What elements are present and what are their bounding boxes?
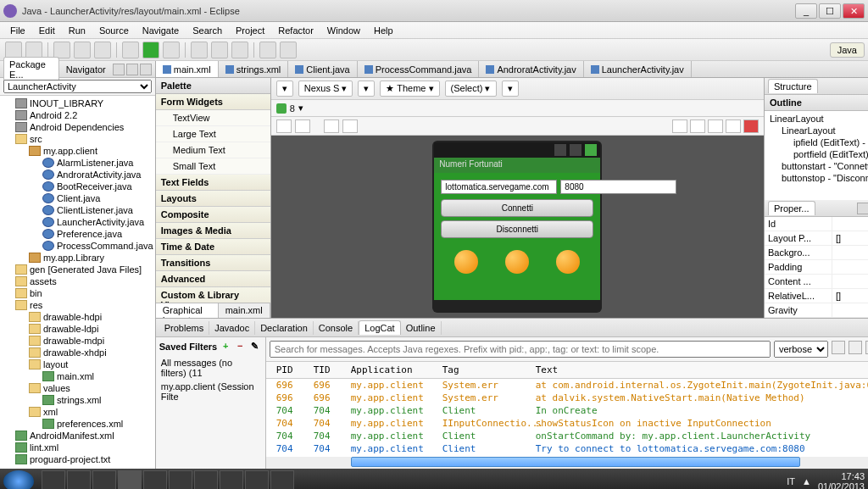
outline-item[interactable]: portfield (EditText) [766, 148, 868, 160]
align-button[interactable] [276, 119, 292, 133]
tool-button[interactable] [53, 42, 70, 58]
palette-item[interactable]: Small Text [156, 158, 270, 175]
tree-item[interactable]: my.app.Library [2, 252, 153, 264]
new-button[interactable] [5, 42, 22, 58]
connect-button[interactable]: Connetti [441, 199, 593, 217]
tool-button[interactable] [163, 42, 180, 58]
save-log-button[interactable] [832, 341, 845, 354]
maximize-button[interactable]: ☐ [819, 3, 841, 19]
tree-item[interactable]: drawable-hdpi [2, 311, 153, 323]
palette-category[interactable]: Custom & Library Views [156, 287, 270, 303]
align-button[interactable] [295, 119, 310, 133]
add-filter-button[interactable]: + [220, 341, 231, 353]
collapse-icon[interactable] [113, 64, 125, 75]
tree-item[interactable]: bin [2, 287, 153, 299]
tree-item[interactable]: Preference.java [2, 228, 153, 240]
bottom-tab-outline[interactable]: Outline [401, 321, 442, 335]
tool-button[interactable] [211, 42, 228, 58]
tray-lang[interactable]: IT [787, 476, 795, 486]
outline-item[interactable]: buttonstop - "Disconne [766, 172, 868, 184]
theme-dropdown[interactable]: ★ Theme ▾ [380, 81, 439, 97]
log-row[interactable]: 704704my.app.clientClientonStartCommand … [266, 430, 868, 442]
debug-button[interactable] [122, 42, 139, 58]
log-column-header[interactable]: PID [273, 364, 310, 376]
log-row[interactable]: 696696my.app.clientSystem.errat com.andr… [266, 379, 868, 392]
tree-item[interactable]: strings.xml [2, 394, 153, 406]
tool-button[interactable] [94, 42, 111, 58]
zoom-in-icon[interactable] [726, 119, 741, 133]
palette-category[interactable]: Composite [156, 207, 270, 223]
log-search-input[interactable] [270, 341, 771, 358]
tree-item[interactable]: res [2, 299, 153, 311]
taskbar-item[interactable] [245, 470, 269, 489]
property-row[interactable]: Id [765, 217, 868, 231]
menu-window[interactable]: Window [320, 24, 367, 37]
menu-run[interactable]: Run [62, 24, 92, 37]
outline-item[interactable]: LinearLayout [766, 113, 868, 125]
outline-item[interactable]: buttonstart - "Connetti" [766, 160, 868, 172]
tab-xml-source[interactable]: main.xml [219, 303, 270, 318]
palette-category[interactable]: Transitions [156, 255, 270, 271]
tab-navigator[interactable]: Navigator [61, 63, 111, 76]
device-dropdown[interactable]: Nexus S ▾ [298, 81, 353, 97]
port-field[interactable] [560, 180, 676, 194]
orientation-dropdown[interactable]: ▾ [358, 81, 375, 97]
taskbar-item[interactable] [169, 470, 192, 489]
palette-item[interactable]: Large Text [156, 126, 270, 142]
palette-category[interactable]: Layouts [156, 191, 270, 207]
filter-item[interactable]: my.app.client (Session Filte [159, 380, 262, 403]
palette-item[interactable]: Medium Text [156, 142, 270, 158]
link-icon[interactable] [126, 64, 138, 75]
taskbar-item[interactable] [67, 470, 91, 489]
menu-refactor[interactable]: Refactor [271, 24, 320, 37]
prop-tool-icon[interactable] [857, 203, 868, 214]
bottom-tab-problems[interactable]: Problems [159, 321, 209, 335]
property-row[interactable]: RelativeL...[] [765, 289, 868, 303]
tree-item[interactable]: Android Dependencies [2, 121, 153, 133]
editor-tab[interactable]: main.xml [156, 61, 219, 77]
perspective-java[interactable]: Java [830, 42, 865, 58]
menu-source[interactable]: Source [92, 24, 136, 37]
close-button[interactable]: ✕ [843, 3, 865, 19]
log-column-header[interactable]: Application [348, 364, 439, 376]
tree-item[interactable]: proguard-project.txt [2, 453, 153, 465]
taskbar-item[interactable] [42, 470, 65, 489]
tray-clock[interactable]: 17:43 01/02/2013 [818, 471, 865, 489]
menu-project[interactable]: Project [229, 24, 271, 37]
tree-item[interactable]: values [2, 382, 153, 394]
remove-filter-button[interactable]: − [234, 341, 246, 353]
property-row[interactable]: Gravity [765, 303, 868, 318]
palette-category[interactable]: Form Widgets [156, 94, 270, 110]
tree-item[interactable]: drawable-mdpi [2, 335, 153, 347]
taskbar-item[interactable] [92, 470, 116, 489]
tree-item[interactable]: ProcessCommand.java [2, 240, 153, 252]
menu-file[interactable]: File [3, 24, 32, 37]
taskbar-item[interactable] [220, 470, 243, 489]
palette-category[interactable]: Advanced [156, 271, 270, 287]
tree-item[interactable]: drawable-ldpi [2, 323, 153, 335]
log-column-header[interactable]: Tag [439, 364, 532, 376]
activity-dropdown[interactable]: (Select) ▾ [445, 81, 497, 97]
tree-item[interactable]: assets [2, 275, 153, 287]
tree-item[interactable]: xml [2, 406, 153, 418]
tool-button[interactable] [191, 42, 208, 58]
property-row[interactable]: Content ... [765, 275, 868, 289]
tree-item[interactable]: main.xml [2, 370, 153, 382]
log-row[interactable]: 704704my.app.clientIInputConnectio...sho… [266, 417, 868, 430]
tool-button[interactable] [259, 42, 276, 58]
log-row[interactable]: 704704my.app.clientClientTry to connect … [266, 442, 868, 455]
tree-item[interactable]: lint.xml [2, 442, 153, 453]
bottom-tab-console[interactable]: Console [314, 321, 359, 335]
tree-item[interactable]: preferences.xml [2, 418, 153, 430]
tree-item[interactable]: my.app.client [2, 145, 153, 157]
tree-item[interactable]: Client.java [2, 192, 153, 204]
tree-item[interactable]: LauncherActivity.java [2, 216, 153, 228]
save-button[interactable] [25, 42, 42, 58]
tab-graphical-layout[interactable]: Graphical Layout [156, 303, 219, 318]
config-dropdown[interactable]: ▾ [276, 81, 293, 97]
disconnect-button[interactable]: Disconnetti [441, 220, 593, 238]
tree-item[interactable]: AlarmListener.java [2, 157, 153, 169]
tab-structure[interactable]: Structure [768, 79, 818, 93]
outline-item[interactable]: LinearLayout [766, 125, 868, 136]
tool-button[interactable] [280, 42, 297, 58]
